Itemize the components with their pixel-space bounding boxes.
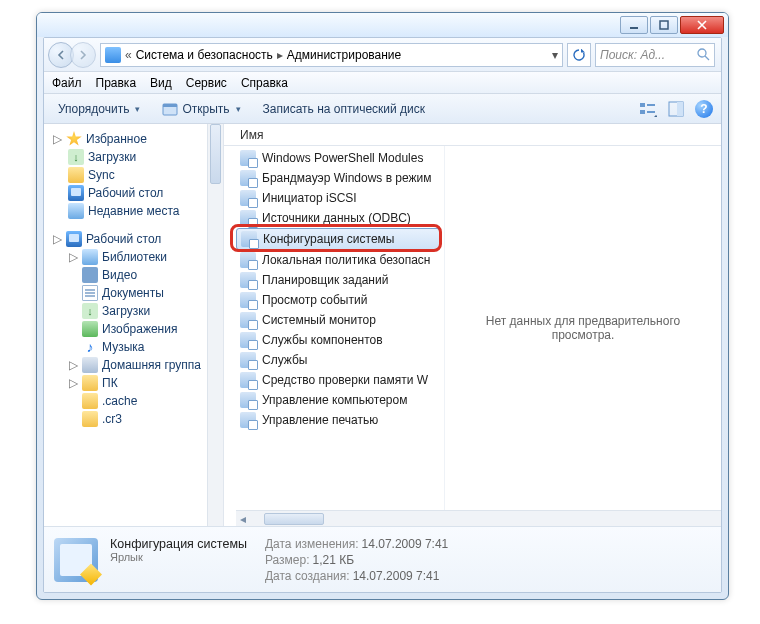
svg-rect-4 xyxy=(163,104,177,107)
file-row[interactable]: Брандмауэр Windows в режим xyxy=(236,168,440,188)
menu-view[interactable]: Вид xyxy=(150,76,172,90)
file-label: Управление печатью xyxy=(262,413,378,427)
file-row[interactable]: Просмотр событий xyxy=(236,290,440,310)
shortcut-icon xyxy=(240,210,256,226)
forward-button[interactable] xyxy=(70,42,96,68)
burn-button[interactable]: Записать на оптический диск xyxy=(257,100,432,118)
shortcut-icon xyxy=(240,392,256,408)
download-icon xyxy=(82,303,98,319)
file-row[interactable]: Локальная политика безопасн xyxy=(236,250,440,270)
tree-images[interactable]: Изображения xyxy=(52,320,221,338)
navigation-tree[interactable]: ▷Избранное Загрузки Sync Рабочий стол Не… xyxy=(44,124,224,526)
shortcut-icon xyxy=(240,352,256,368)
view-options-button[interactable] xyxy=(639,101,657,117)
shortcut-icon xyxy=(240,372,256,388)
file-label: Локальная политика безопасн xyxy=(262,253,430,267)
menubar: Файл Правка Вид Сервис Справка xyxy=(44,72,721,94)
list-hscrollbar[interactable]: ◂ xyxy=(236,510,721,526)
file-row[interactable]: Инициатор iSCSI xyxy=(236,188,440,208)
scrollbar-thumb[interactable] xyxy=(210,124,221,184)
tree-libraries[interactable]: ▷Библиотеки xyxy=(52,248,221,266)
tree-favorites[interactable]: ▷Избранное xyxy=(52,130,221,148)
file-row[interactable]: Управление компьютером xyxy=(236,390,440,410)
folder-icon xyxy=(82,411,98,427)
organize-button[interactable]: Упорядочить xyxy=(52,100,146,118)
refresh-button[interactable] xyxy=(567,43,591,67)
maximize-icon xyxy=(659,20,669,30)
titlebar xyxy=(37,13,728,37)
details-pane: Конфигурация системы Ярлык Дата изменени… xyxy=(44,526,721,592)
menu-edit[interactable]: Правка xyxy=(96,76,137,90)
details-title: Конфигурация системы xyxy=(110,537,247,551)
tree-desktop[interactable]: Рабочий стол xyxy=(52,184,221,202)
tree-music[interactable]: ♪Музыка xyxy=(52,338,221,356)
shortcut-icon xyxy=(240,332,256,348)
breadcrumb[interactable]: « Система и безопасность ▸ Администриров… xyxy=(100,43,563,67)
help-icon: ? xyxy=(700,102,707,116)
file-label: Службы xyxy=(262,353,307,367)
tree-pc[interactable]: ▷ПК xyxy=(52,374,221,392)
file-row[interactable]: Конфигурация системы xyxy=(236,228,440,250)
minimize-icon xyxy=(629,20,639,30)
svg-rect-7 xyxy=(647,104,655,106)
document-icon xyxy=(82,285,98,301)
file-label: Источники данных (ODBC) xyxy=(262,211,411,225)
menu-help[interactable]: Справка xyxy=(241,76,288,90)
tree-sync[interactable]: Sync xyxy=(52,166,221,184)
maximize-button[interactable] xyxy=(650,16,678,34)
shortcut-icon xyxy=(240,252,256,268)
minimize-button[interactable] xyxy=(620,16,648,34)
file-row[interactable]: Управление печатью xyxy=(236,410,440,430)
file-label: Управление компьютером xyxy=(262,393,407,407)
search-input[interactable]: Поиск: Ад... xyxy=(595,43,715,67)
desktop-icon xyxy=(68,185,84,201)
download-icon xyxy=(68,149,84,165)
scrollbar-thumb[interactable] xyxy=(264,513,324,525)
tree-documents[interactable]: Документы xyxy=(52,284,221,302)
file-row[interactable]: Средство проверки памяти W xyxy=(236,370,440,390)
svg-rect-6 xyxy=(640,110,645,114)
folder-icon xyxy=(82,393,98,409)
file-label: Инициатор iSCSI xyxy=(262,191,357,205)
window-frame: « Система и безопасность ▸ Администриров… xyxy=(36,12,729,600)
refresh-icon xyxy=(573,49,585,61)
scroll-left-icon[interactable]: ◂ xyxy=(236,512,250,526)
tree-scrollbar[interactable] xyxy=(207,124,223,526)
breadcrumb-dropdown[interactable]: ▾ xyxy=(552,48,558,62)
file-row[interactable]: Планировщик заданий xyxy=(236,270,440,290)
file-row[interactable]: Службы компонентов xyxy=(236,330,440,350)
file-label: Брандмауэр Windows в режим xyxy=(262,171,432,185)
svg-rect-8 xyxy=(647,111,655,113)
chevron-left-icon: « xyxy=(125,48,132,62)
pc-icon xyxy=(82,375,98,391)
preview-pane-button[interactable] xyxy=(667,101,685,117)
tree-cr3[interactable]: .cr3 xyxy=(52,410,221,428)
menu-tools[interactable]: Сервис xyxy=(186,76,227,90)
body-split: ▷Избранное Загрузки Sync Рабочий стол Не… xyxy=(44,124,721,526)
shortcut-icon xyxy=(240,190,256,206)
breadcrumb-seg-1[interactable]: Система и безопасность xyxy=(136,48,273,62)
help-button[interactable]: ? xyxy=(695,100,713,118)
file-row[interactable]: Windows PowerShell Modules xyxy=(236,148,440,168)
file-list[interactable]: Windows PowerShell ModulesБрандмауэр Win… xyxy=(224,146,444,510)
tree-cache[interactable]: .cache xyxy=(52,392,221,410)
tree-desktop-root[interactable]: ▷Рабочий стол xyxy=(52,230,221,248)
breadcrumb-seg-2[interactable]: Администрирование xyxy=(287,48,401,62)
close-button[interactable] xyxy=(680,16,724,34)
file-row[interactable]: Источники данных (ODBC) xyxy=(236,208,440,228)
explorer-window: « Система и безопасность ▸ Администриров… xyxy=(43,37,722,593)
tree-downloads[interactable]: Загрузки xyxy=(52,148,221,166)
desktop-icon xyxy=(66,231,82,247)
tree-recent[interactable]: Недавние места xyxy=(52,202,221,220)
file-row[interactable]: Службы xyxy=(236,350,440,370)
column-header-name[interactable]: Имя xyxy=(224,124,721,146)
tree-video[interactable]: Видео xyxy=(52,266,221,284)
file-row[interactable]: Системный монитор xyxy=(236,310,440,330)
tree-downloads-lib[interactable]: Загрузки xyxy=(52,302,221,320)
svg-point-2 xyxy=(698,49,706,57)
tree-homegroup[interactable]: ▷Домашняя группа xyxy=(52,356,221,374)
file-label: Просмотр событий xyxy=(262,293,367,307)
details-file-icon xyxy=(54,538,98,582)
open-button[interactable]: Открыть xyxy=(156,99,246,119)
menu-file[interactable]: Файл xyxy=(52,76,82,90)
